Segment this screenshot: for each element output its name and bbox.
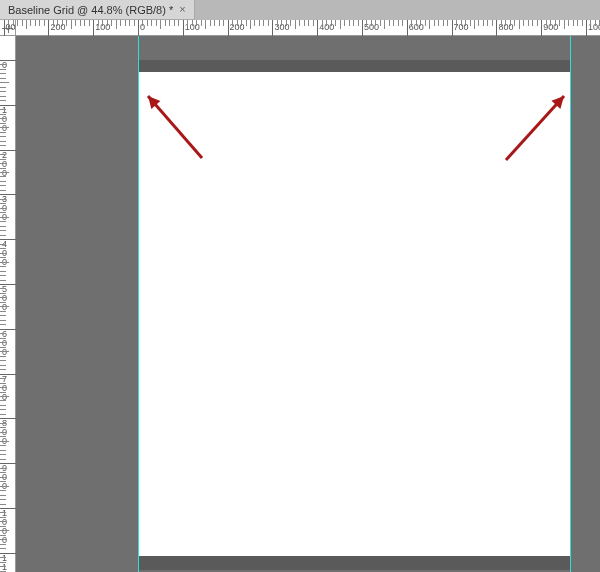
artboard[interactable] xyxy=(138,72,570,556)
close-tab-icon[interactable]: × xyxy=(179,4,185,15)
guide-vertical-right[interactable] xyxy=(570,36,571,572)
document-tab-title: Baseline Grid @ 44.8% (RGB/8) * xyxy=(8,4,173,16)
document-tab-bar: Baseline Grid @ 44.8% (RGB/8) * × xyxy=(0,0,600,20)
guide-vertical-left[interactable] xyxy=(138,36,139,572)
vertical-ruler[interactable]: 010020030040050060070080090010001100 xyxy=(0,36,16,572)
pasteboard-top xyxy=(138,60,570,72)
horizontal-ruler[interactable]: 0020010001002003004005006007008009001000 xyxy=(16,20,600,36)
document-tab[interactable]: Baseline Grid @ 44.8% (RGB/8) * × xyxy=(0,0,195,20)
pasteboard-bottom xyxy=(138,556,570,570)
canvas-viewport[interactable] xyxy=(16,36,600,572)
